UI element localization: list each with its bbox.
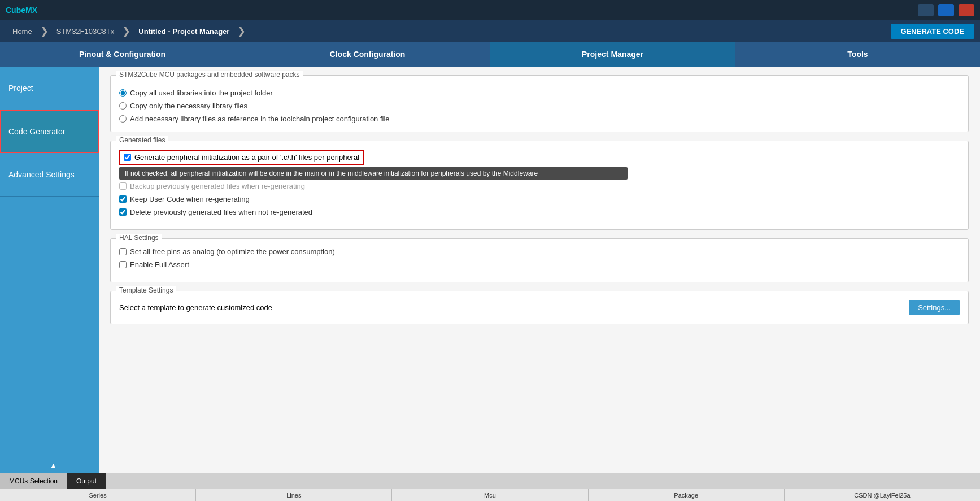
status-mcu: Mcu [392, 489, 588, 501]
app-logo: CubeMX [6, 6, 37, 15]
breadcrumb-sep-3: ❯ [237, 25, 246, 37]
checkbox-backup-row: Backup previously generated files when r… [119, 182, 960, 190]
breadcrumb-sep-2: ❯ [122, 25, 130, 37]
breadcrumb: Home ❯ STM32F103C8Tx ❯ Untitled - Projec… [6, 20, 247, 42]
checkbox-full-assert[interactable] [119, 261, 127, 268]
checkbox-analog-pins-row: Set all free pins as analog (to optimize… [119, 247, 960, 256]
breadcrumb-sep-1: ❯ [40, 25, 49, 37]
settings-button[interactable]: Settings... [909, 300, 960, 315]
status-bar: Series Lines Mcu Package CSDN @LayiFei25… [0, 489, 980, 501]
mcu-packages-title: STM32Cube MCU packages and embedded soft… [116, 71, 303, 79]
radio-copy-all-input[interactable] [119, 89, 127, 97]
nav-tabs: Pinout & Configuration Clock Configurati… [0, 42, 980, 67]
hal-settings-title: HAL Settings [116, 234, 162, 242]
radio-copy-necessary[interactable]: Copy only the necessary library files [119, 102, 960, 110]
gen-peripheral-tooltip: If not checked, all peripheral initializ… [119, 167, 628, 180]
checkbox-full-assert-row: Enable Full Assert [119, 260, 960, 269]
status-package: Package [589, 489, 785, 501]
checkbox-delete-prev-row: Delete previously generated files when n… [119, 208, 960, 216]
content-area: STM32Cube MCU packages and embedded soft… [99, 67, 980, 473]
sidebar: Project Code Generator Advanced Settings… [0, 67, 99, 473]
tab-output[interactable]: Output [67, 473, 106, 489]
checkbox-delete-prev[interactable] [119, 208, 127, 216]
radio-add-reference[interactable]: Add necessary library files as reference… [119, 115, 960, 123]
template-text: Select a template to generate customized… [119, 303, 272, 312]
checkbox-backup[interactable] [119, 182, 127, 190]
status-csdn: CSDN @LayiFei25a [785, 489, 980, 501]
breadcrumb-home[interactable]: Home [6, 20, 39, 42]
checkbox-gen-peripheral-label[interactable]: Generate peripheral initialization as a … [119, 150, 364, 165]
top-bar: CubeMX [0, 0, 980, 20]
checkbox-gen-peripheral[interactable] [124, 154, 131, 161]
template-settings-panel: Template Settings Select a template to g… [110, 291, 969, 324]
breadcrumb-mcu[interactable]: STM32F103C8Tx [50, 20, 121, 42]
breadcrumb-bar: Home ❯ STM32F103C8Tx ❯ Untitled - Projec… [0, 20, 980, 42]
bottom-tabs: MCUs Selection Output [0, 473, 980, 489]
generate-code-button[interactable]: GENERATE CODE [891, 24, 974, 39]
generated-files-panel: Generated files Generate peripheral init… [110, 141, 969, 230]
settings-icon[interactable] [959, 4, 974, 16]
radio-copy-necessary-input[interactable] [119, 102, 127, 110]
mcu-packages-panel: STM32Cube MCU packages and embedded soft… [110, 75, 969, 132]
radio-copy-all[interactable]: Copy all used libraries into the project… [119, 89, 960, 97]
sidebar-item-code-generator[interactable]: Code Generator [0, 110, 99, 153]
mcu-packages-options: Copy all used libraries into the project… [119, 89, 960, 123]
breadcrumb-project[interactable]: Untitled - Project Manager [132, 20, 236, 42]
gen-peripheral-row: Generate peripheral initialization as a … [119, 150, 960, 165]
checkbox-keep-user-row: Keep User Code when re-generating [119, 195, 960, 203]
generated-files-title: Generated files [116, 136, 168, 144]
sidebar-item-project[interactable]: Project [0, 67, 99, 110]
main-layout: Project Code Generator Advanced Settings… [0, 67, 980, 473]
radio-add-reference-input[interactable] [119, 115, 127, 123]
hal-settings-panel: HAL Settings Set all free pins as analog… [110, 238, 969, 282]
share-icon[interactable] [938, 4, 954, 16]
template-settings-title: Template Settings [116, 286, 176, 294]
status-lines: Lines [196, 489, 392, 501]
tab-project-manager[interactable]: Project Manager [490, 42, 735, 67]
tab-pinout[interactable]: Pinout & Configuration [0, 42, 245, 67]
tab-tools[interactable]: Tools [735, 42, 980, 67]
checkbox-analog-pins[interactable] [119, 248, 127, 255]
expand-arrow-icon[interactable]: ▲ [50, 461, 58, 470]
tab-mcus-selection[interactable]: MCUs Selection [0, 473, 67, 489]
top-right-icons [918, 4, 974, 16]
sidebar-item-advanced-settings[interactable]: Advanced Settings [0, 153, 99, 197]
tab-clock[interactable]: Clock Configuration [245, 42, 490, 67]
template-row: Select a template to generate customized… [119, 300, 960, 315]
checkbox-keep-user[interactable] [119, 195, 127, 203]
user-icon[interactable] [918, 4, 934, 16]
status-series: Series [0, 489, 196, 501]
